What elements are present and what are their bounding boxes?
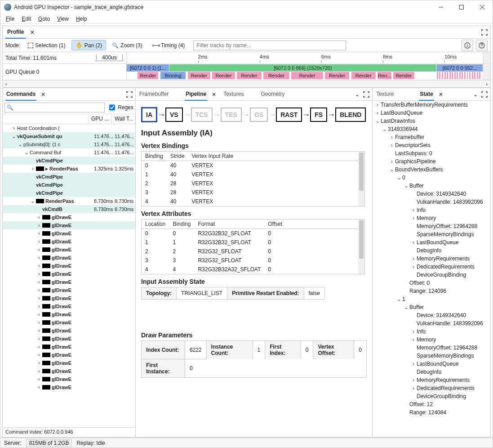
timeline-block[interactable]: [6072 0 0 552...	[437, 64, 483, 72]
tree-node[interactable]: LastSubpass: 0	[373, 149, 490, 157]
tree-node[interactable]: Device: 3149342640	[373, 190, 490, 198]
tree-node[interactable]: MemoryOffset: 12964288	[373, 344, 490, 352]
tree-node[interactable]: ›DedicatedRequirements	[373, 263, 490, 271]
tree-node[interactable]: Offset: 0	[373, 279, 490, 287]
info-button[interactable]	[462, 40, 473, 51]
tree-node[interactable]: SparseMemoryBindings	[373, 230, 490, 238]
close-button[interactable]	[472, 0, 493, 14]
tree-node[interactable]: VulkanHandle: 1483992096	[373, 198, 490, 206]
timeline-block[interactable]: Render	[393, 72, 415, 79]
tree-node[interactable]: ›Memory	[373, 214, 490, 222]
tree-node[interactable]: DebugInfo	[373, 368, 490, 376]
commands-tree[interactable]: ›Host Coordination (⌄vkQueueSubmit qu11.…	[3, 124, 135, 427]
tree-node[interactable]: ›LastBoundQueue	[373, 238, 490, 246]
command-row[interactable]: ›glDrawE	[3, 327, 135, 335]
tab-state[interactable]: State	[419, 88, 434, 101]
fullscreen-icon[interactable]	[126, 91, 133, 98]
help-button[interactable]	[476, 40, 488, 51]
tree-node[interactable]: ⌄0	[373, 174, 490, 182]
tree-node[interactable]: DeviceGroupBinding	[373, 392, 490, 400]
tab-textures[interactable]: Textures	[222, 88, 244, 101]
tree-node[interactable]: ›LastBoundQueue	[373, 109, 490, 117]
pipeline-stage-rast[interactable]: RAST	[276, 108, 302, 122]
tab-profile[interactable]: Profile	[5, 26, 26, 39]
timeline-block[interactable]: Render	[188, 72, 211, 79]
tree-node[interactable]: Offset: 12	[373, 400, 490, 408]
tree-node[interactable]: ›DedicatedRequirements	[373, 384, 490, 392]
timeline-block[interactable]	[474, 72, 476, 79]
menu-view[interactable]: View	[53, 15, 72, 23]
state-close-icon[interactable]: ✕	[439, 91, 443, 98]
tree-node[interactable]: ›Info	[373, 327, 490, 336]
timeline-vscroll[interactable]	[483, 52, 490, 63]
timeline-block[interactable]	[472, 72, 474, 79]
regex-checkbox[interactable]: Regex	[107, 101, 133, 114]
tree-node[interactable]: ›Framebuffer	[373, 133, 490, 141]
tab-framebuffer[interactable]: Framebuffer	[138, 88, 169, 101]
tab-geometry[interactable]: Geometry	[260, 88, 286, 101]
timeline-block[interactable]	[457, 72, 458, 79]
command-row[interactable]: ›glDrawE	[3, 367, 135, 375]
timeline-block[interactable]: [6072 0 0 866] (1520x720)	[169, 64, 437, 72]
tree-node[interactable]: ›LastBoundQueue	[373, 360, 490, 368]
tree-node[interactable]: SparseMemoryBindings	[373, 352, 490, 360]
timeline-block[interactable]: Render	[291, 72, 323, 79]
tree-node[interactable]: Range: 124096	[373, 287, 490, 295]
tree-node[interactable]: ⌄1	[373, 295, 490, 303]
command-row[interactable]: ›glDrawE	[3, 270, 135, 278]
tree-node[interactable]: ›TransferBufferMemoryRequirements	[373, 101, 490, 109]
tree-node[interactable]: ⌄Buffer	[373, 303, 490, 311]
command-row[interactable]: ›glDrawE	[3, 262, 135, 270]
command-row[interactable]: ›glDrawE	[3, 278, 135, 286]
tree-node[interactable]: ⌄Buffer	[373, 182, 490, 190]
command-row[interactable]: ›glDrawE	[3, 310, 135, 318]
mode-pan[interactable]: ✋Pan (2)	[71, 40, 106, 50]
command-row[interactable]: ›glDrawE	[3, 343, 135, 351]
command-row[interactable]: ›glDrawE	[3, 318, 135, 327]
timeline-block[interactable]	[452, 72, 453, 79]
menu-edit[interactable]: Edit	[18, 15, 35, 23]
tree-node[interactable]: Range: 124084	[373, 408, 490, 417]
menu-file[interactable]: File	[2, 15, 18, 23]
tree-node[interactable]: ›GraphicsPipeline	[373, 157, 490, 166]
timeline-block[interactable]	[469, 72, 471, 79]
commands-search-input[interactable]	[4, 103, 105, 112]
timeline-block[interactable]	[459, 72, 461, 79]
tree-node[interactable]: VulkanHandle: 1483992096	[373, 319, 490, 327]
pipeline-close-icon[interactable]: ✕	[212, 91, 216, 98]
timeline-block[interactable]: [6072 0 0 1] (1...	[127, 64, 169, 72]
tree-node[interactable]: DeviceGroupBinding	[373, 271, 490, 279]
command-row[interactable]: ›glDrawE	[3, 221, 135, 229]
tab-texture[interactable]: Texture	[375, 88, 395, 101]
tree-node[interactable]: ›Info	[373, 206, 490, 214]
command-row[interactable]: ›glDrawE	[3, 359, 135, 367]
fullscreen-icon[interactable]	[363, 91, 369, 98]
chevron-down-icon[interactable]: ⌄	[355, 91, 360, 98]
command-row[interactable]: ›glDrawE	[3, 375, 135, 383]
timeline-block[interactable]: Render	[325, 72, 350, 79]
timeline-block[interactable]	[439, 72, 441, 79]
mode-selection[interactable]: Selection (1)	[24, 40, 69, 50]
timeline-block[interactable]: Render	[263, 72, 290, 79]
tree-node[interactable]: ›MemoryRequirements	[373, 255, 490, 263]
tab-pipeline[interactable]: Pipeline	[185, 88, 207, 101]
command-row[interactable]: ›glDrawE	[3, 229, 135, 237]
timeline-block[interactable]: Render	[138, 72, 159, 79]
timeline-block[interactable]: Render	[237, 72, 262, 79]
command-row[interactable]: ›Host Coordination (	[3, 124, 135, 132]
timeline-block[interactable]	[447, 72, 449, 79]
command-row[interactable]: vkCmdB8.730ms8.730ms	[3, 205, 135, 213]
tree-node[interactable]: DebugInfo	[373, 246, 490, 255]
timeline-block[interactable]	[477, 72, 479, 79]
tree-node[interactable]: Device: 3149342640	[373, 311, 490, 319]
command-row[interactable]: ⌄Command Buf11.476...11.476...	[3, 148, 135, 157]
pipeline-stage-ia[interactable]: IA	[141, 107, 157, 122]
command-row[interactable]: ›glDrawE	[3, 254, 135, 262]
command-row[interactable]: ›▸RenderPass1.325ms1.325ms	[3, 165, 135, 173]
command-row[interactable]: ›glDrawE	[3, 286, 135, 294]
commands-close-icon[interactable]: ✕	[41, 91, 45, 98]
timeline-block[interactable]: Ren...	[378, 72, 392, 79]
timeline-block[interactable]: Render	[351, 72, 377, 79]
tree-node[interactable]: ›DescriptorSets	[373, 141, 490, 149]
timeline-block[interactable]	[479, 72, 481, 79]
